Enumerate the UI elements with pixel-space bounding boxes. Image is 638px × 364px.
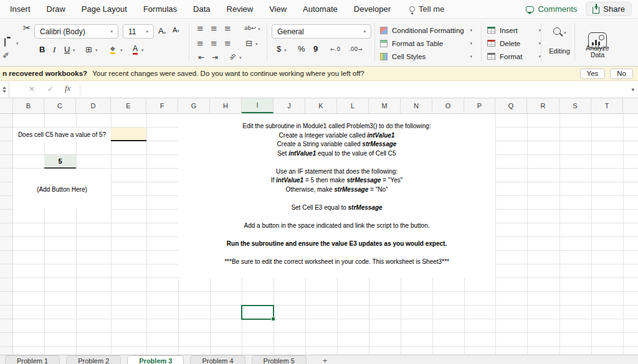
confirm-entry-icon[interactable]: ✓: [47, 85, 54, 93]
menu-item-formulas[interactable]: Formulas: [143, 4, 177, 14]
tell-me-button[interactable]: Tell me: [409, 4, 444, 14]
column-header-n[interactable]: N: [401, 98, 432, 113]
formula-bar[interactable]: ✕ ✓ fx ▾: [0, 81, 638, 98]
insert-function-icon[interactable]: fx: [65, 83, 70, 93]
fill-color-chevron[interactable]: ▾: [120, 48, 123, 53]
column-header-j[interactable]: J: [274, 98, 305, 113]
column-header-k[interactable]: K: [305, 98, 337, 113]
font-name-combobox[interactable]: Calibri (Body) ▾: [34, 24, 118, 39]
question-cell[interactable]: Does cell C5 have a value of 5?: [13, 128, 111, 141]
percent-format-button[interactable]: %: [298, 44, 305, 54]
format-as-table-button[interactable]: Format as Table ▾: [380, 38, 472, 49]
text-orientation-icon[interactable]: ab: [228, 52, 237, 61]
cell-styles-button[interactable]: Cell Styles ▾: [380, 51, 472, 62]
text-orientation-chevron[interactable]: ▾: [239, 55, 242, 60]
format-cells-button[interactable]: Format ▾: [487, 51, 541, 62]
borders-icon[interactable]: ⊞: [85, 45, 92, 54]
menu-item-page-layout[interactable]: Page Layout: [82, 4, 127, 14]
borders-chevron[interactable]: ▾: [95, 48, 98, 53]
decrease-font-size-button[interactable]: A▾: [173, 26, 179, 34]
editing-label[interactable]: Editing: [546, 47, 573, 55]
merge-cells-icon[interactable]: ⊟: [245, 39, 252, 48]
spreadsheet-grid[interactable]: Does cell C5 have a value of 5? 5 (Add B…: [0, 114, 638, 355]
share-button[interactable]: Share: [586, 2, 632, 16]
increase-indent-icon[interactable]: ⇥: [212, 53, 218, 62]
comments-button[interactable]: Comments: [526, 4, 577, 14]
column-header-r[interactable]: R: [527, 98, 559, 113]
analyze-data-label[interactable]: Analyze Data: [581, 45, 614, 58]
underline-button[interactable]: U: [64, 45, 70, 54]
font-size-combobox[interactable]: 11 ▾: [123, 24, 154, 39]
font-color-chevron[interactable]: ▾: [141, 48, 144, 53]
format-painter-icon[interactable]: ✐: [2, 51, 9, 60]
align-right-icon[interactable]: ≡: [224, 39, 231, 48]
menu-item-developer[interactable]: Developer: [354, 4, 391, 14]
column-header-g[interactable]: G: [178, 98, 210, 113]
column-header-s[interactable]: S: [559, 98, 591, 113]
selected-cell[interactable]: [241, 305, 274, 320]
name-box-spinner[interactable]: [0, 81, 9, 98]
merge-cells-chevron[interactable]: ▾: [255, 42, 258, 47]
instructions-merged-cell[interactable]: Edit the subroutine in Module1 called Pr…: [178, 114, 495, 278]
column-header-q[interactable]: Q: [495, 98, 527, 113]
menu-item-review[interactable]: Review: [227, 4, 254, 14]
column-header-c[interactable]: C: [44, 98, 76, 113]
decrease-indent-icon[interactable]: ⇤: [198, 53, 204, 62]
column-header-f[interactable]: F: [146, 98, 178, 113]
add-button-placeholder-cell[interactable]: (Add Button Here): [13, 169, 111, 210]
sheet-tab-problem-5[interactable]: Problem 5: [252, 355, 307, 364]
number-format-combobox[interactable]: General ▾: [272, 24, 371, 39]
insert-cells-button[interactable]: Insert ▾: [487, 25, 541, 35]
menu-item-insert[interactable]: Insert: [10, 4, 31, 14]
editing-chevron[interactable]: ▾: [564, 30, 566, 35]
column-header-m[interactable]: M: [369, 98, 401, 113]
editing-magnifier-icon[interactable]: [553, 27, 561, 35]
wrap-text-icon[interactable]: ab↩: [244, 25, 256, 31]
cut-scissors-icon[interactable]: ✂: [23, 22, 31, 34]
italic-button[interactable]: I: [53, 45, 55, 55]
column-header-e[interactable]: E: [111, 98, 146, 113]
column-header-o[interactable]: O: [432, 98, 464, 113]
cell-e3-highlighted[interactable]: [111, 128, 146, 141]
column-header-l[interactable]: L: [337, 98, 369, 113]
sheet-tab-problem-3[interactable]: Problem 3: [127, 355, 184, 364]
column-header-d[interactable]: D: [76, 98, 111, 113]
align-left-icon[interactable]: ≡: [197, 39, 204, 48]
cell-c5-value[interactable]: 5: [44, 155, 76, 169]
menu-item-data[interactable]: Data: [193, 4, 210, 14]
column-header-p[interactable]: P: [464, 98, 495, 113]
delete-cells-button[interactable]: Delete ▾: [487, 38, 541, 49]
cancel-entry-icon[interactable]: ✕: [29, 85, 35, 93]
currency-format-button[interactable]: $: [277, 44, 281, 54]
column-header-h[interactable]: H: [210, 98, 242, 113]
align-bottom-icon[interactable]: ≡: [224, 24, 231, 33]
fill-color-icon[interactable]: ◆: [110, 45, 115, 54]
menu-item-automate[interactable]: Automate: [303, 4, 338, 14]
column-header-i[interactable]: I: [242, 98, 274, 113]
add-sheet-button[interactable]: +: [323, 355, 328, 364]
align-middle-icon[interactable]: ≡: [211, 24, 217, 33]
currency-chevron[interactable]: ▾: [284, 48, 287, 53]
menu-item-view[interactable]: View: [269, 4, 287, 14]
bold-button[interactable]: B: [39, 45, 45, 54]
comma-format-button[interactable]: 9: [313, 44, 318, 54]
paste-clipboard-icon[interactable]: [4, 38, 6, 47]
increase-font-size-button[interactable]: A▴: [158, 26, 166, 35]
font-color-icon[interactable]: A: [133, 44, 138, 55]
align-center-icon[interactable]: ≡: [211, 39, 217, 48]
sheet-tab-problem-4[interactable]: Problem 4: [190, 355, 245, 364]
menu-item-draw[interactable]: Draw: [47, 4, 65, 14]
yes-button[interactable]: Yes: [580, 68, 606, 79]
no-button[interactable]: No: [610, 68, 633, 79]
sheet-tab-problem-1[interactable]: Problem 1: [5, 355, 60, 364]
decrease-decimal-icon[interactable]: .00→: [349, 46, 363, 52]
increase-decimal-icon[interactable]: ←.0: [330, 46, 340, 52]
formula-bar-expand-chevron[interactable]: ▾: [631, 86, 634, 93]
paste-dropdown-chevron[interactable]: ▾: [16, 41, 19, 46]
column-header-t[interactable]: T: [591, 98, 623, 113]
underline-chevron[interactable]: ▾: [73, 48, 75, 53]
align-top-icon[interactable]: ≡: [197, 24, 204, 33]
conditional-formatting-button[interactable]: Conditional Formatting ▾: [380, 25, 472, 35]
column-header-b[interactable]: B: [13, 98, 44, 113]
sheet-tab-problem-2[interactable]: Problem 2: [66, 355, 121, 364]
